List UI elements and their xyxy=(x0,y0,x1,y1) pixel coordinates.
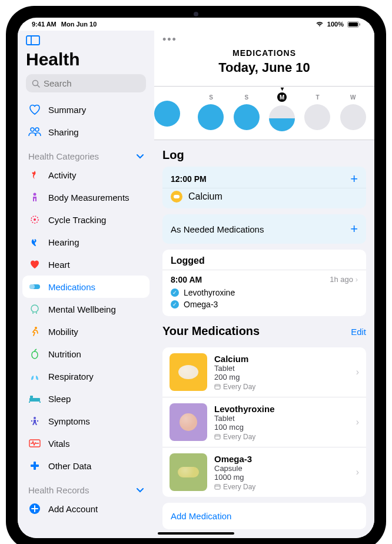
library-icon[interactable] xyxy=(26,34,146,46)
category-icon xyxy=(28,213,41,226)
chevron-right-icon: › xyxy=(356,275,358,284)
svg-rect-2 xyxy=(360,23,361,25)
sidebar-item-symptoms[interactable]: Symptoms xyxy=(22,410,150,432)
add-medication-button[interactable]: Add Medication xyxy=(162,503,366,529)
sidebar-item-mental-wellbeing[interactable]: Mental Wellbeing xyxy=(22,298,150,320)
nav-label: Summary xyxy=(48,105,86,115)
categories-title: Health Categories xyxy=(28,151,99,161)
status-bar: 9:41 AM Mon Jun 10 100% xyxy=(18,18,374,31)
add-account[interactable]: Add Account xyxy=(22,497,150,520)
category-icon xyxy=(28,437,41,450)
categories-list: ActivityBody MeasurementsCycle TrackingH… xyxy=(18,164,154,477)
chevron-right-icon: › xyxy=(356,417,359,427)
nav-sharing[interactable]: Sharing xyxy=(22,121,150,143)
sidebar-item-nutrition[interactable]: Nutrition xyxy=(22,343,150,365)
day-column[interactable] xyxy=(160,97,191,127)
day-column[interactable]: S xyxy=(195,94,227,130)
logged-card[interactable]: Logged 8:00 AM 1h ago › ✓Levothyroxine✓O… xyxy=(162,250,366,316)
category-icon xyxy=(28,459,41,472)
day-column[interactable]: S xyxy=(231,94,263,130)
svg-point-13 xyxy=(34,218,36,221)
add-log-icon[interactable]: + xyxy=(350,171,358,187)
sidebar-item-heart[interactable]: Heart xyxy=(22,253,150,276)
log-time: 12:00 PM xyxy=(171,174,207,184)
category-icon xyxy=(28,325,41,338)
day-label: T xyxy=(315,94,319,101)
category-icon xyxy=(28,392,41,405)
svg-rect-15 xyxy=(29,284,35,289)
search-field[interactable] xyxy=(26,74,146,92)
more-icon[interactable]: ••• xyxy=(162,34,177,46)
week-strip[interactable]: SSMTW xyxy=(154,86,374,140)
logged-med-name: Omega-3 xyxy=(184,300,218,309)
svg-point-24 xyxy=(37,420,38,422)
chevron-down-icon xyxy=(137,488,144,493)
category-icon xyxy=(28,191,41,204)
logged-med-name: Levothyroxine xyxy=(184,288,235,297)
records-header[interactable]: Health Records xyxy=(18,477,154,497)
battery-icon xyxy=(347,21,360,28)
records-title: Health Records xyxy=(28,485,89,495)
status-time: 9:41 AM xyxy=(32,21,57,28)
day-label: W xyxy=(350,94,356,101)
svg-point-23 xyxy=(31,420,32,422)
medication-form: Tablet xyxy=(214,414,349,423)
svg-rect-18 xyxy=(29,398,40,402)
day-progress-circle xyxy=(340,104,366,130)
medication-frequency: Every Day xyxy=(214,433,349,441)
main-panel: ••• MEDICATIONS Today, June 10 SSMTW Log… xyxy=(154,31,374,538)
day-column[interactable]: M xyxy=(266,92,298,131)
category-label: Other Data xyxy=(48,461,91,471)
sidebar-item-activity[interactable]: Activity xyxy=(22,164,150,186)
records-list: Add Account xyxy=(18,497,154,520)
svg-point-10 xyxy=(35,128,39,131)
sidebar-item-vitals[interactable]: Vitals xyxy=(22,432,150,455)
chevron-right-icon: › xyxy=(356,367,359,377)
medication-dose: 1000 mg xyxy=(214,473,349,482)
logged-time: 8:00 AM xyxy=(171,275,202,284)
category-label: Symptoms xyxy=(48,416,90,426)
category-icon xyxy=(28,235,41,248)
log-pending-card[interactable]: 12:00 PM + Calcium xyxy=(162,167,366,208)
chevron-right-icon: › xyxy=(356,467,359,477)
category-icon xyxy=(28,258,41,271)
day-column[interactable]: W xyxy=(337,94,369,130)
today-title: Today, June 10 xyxy=(154,58,374,81)
sidebar-item-respiratory[interactable]: Respiratory xyxy=(22,365,150,387)
medications-list: Calcium Tablet 200 mg Every Day › Levoth… xyxy=(162,347,366,497)
sidebar-item-sleep[interactable]: Sleep xyxy=(22,387,150,410)
svg-rect-29 xyxy=(215,384,220,389)
category-label: Hearing xyxy=(48,237,79,247)
status-date: Mon Jun 10 xyxy=(61,21,97,28)
medication-row[interactable]: Levothyroxine Tablet 100 mcg Every Day › xyxy=(162,397,366,447)
medication-row[interactable]: Omega-3 Capsule 1000 mg Every Day › xyxy=(162,447,366,497)
sidebar-item-other-data[interactable]: Other Data xyxy=(22,455,150,477)
medication-frequency: Every Day xyxy=(214,383,349,391)
search-input[interactable] xyxy=(44,78,154,88)
sidebar-item-mobility[interactable]: Mobility xyxy=(22,320,150,343)
edit-button[interactable]: Edit xyxy=(351,327,366,337)
as-needed-row[interactable]: As Needed Medications + xyxy=(162,214,366,244)
sidebar-item-hearing[interactable]: Hearing xyxy=(22,231,150,253)
day-progress-circle xyxy=(269,105,295,131)
categories-header[interactable]: Health Categories xyxy=(18,143,154,164)
day-progress-circle xyxy=(304,104,330,130)
home-indicator[interactable] xyxy=(158,532,234,535)
svg-rect-19 xyxy=(30,396,33,398)
app-title: Health xyxy=(18,46,154,74)
svg-rect-3 xyxy=(26,36,39,45)
day-column[interactable]: T xyxy=(301,94,333,130)
logged-med-item: ✓Levothyroxine xyxy=(171,287,358,298)
sidebar-item-medications[interactable]: Medications xyxy=(22,276,150,298)
medication-form: Capsule xyxy=(214,464,349,473)
add-as-needed-icon[interactable]: + xyxy=(350,221,358,237)
medication-row[interactable]: Calcium Tablet 200 mg Every Day › xyxy=(162,347,366,397)
day-label: S xyxy=(209,94,213,101)
pending-med: Calcium xyxy=(188,191,222,202)
log-title: Log xyxy=(162,148,366,162)
sidebar-item-body-measurements[interactable]: Body Measurements xyxy=(22,186,150,208)
nav-summary[interactable]: Summary xyxy=(22,98,150,121)
logged-header: Logged xyxy=(162,250,366,270)
heart-outline-icon xyxy=(28,103,41,116)
sidebar-item-cycle-tracking[interactable]: Cycle Tracking xyxy=(22,208,150,231)
